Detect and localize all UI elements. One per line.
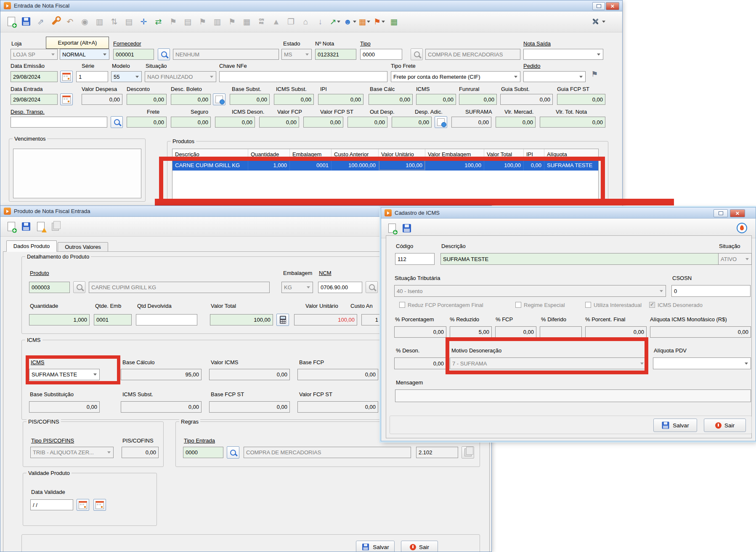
new-document-icon[interactable] — [4, 14, 19, 29]
cell-valor-embalagem[interactable]: 100,00 — [425, 160, 484, 171]
undo-icon[interactable]: ↶ — [63, 14, 77, 29]
chart-export-icon[interactable]: ↗ — [328, 14, 342, 29]
produto-label[interactable]: Produto — [30, 270, 49, 276]
base-subst-input[interactable]: 0,00 — [230, 94, 270, 105]
valor-fcp-st-input[interactable]: 0,00 — [303, 117, 343, 128]
fornecedor-label[interactable]: Fornecedor — [113, 40, 141, 47]
table-row-selected[interactable]: CARNE CUPIM GRILL KG 1,000 0001 100.000,… — [172, 160, 598, 171]
new-document-icon[interactable] — [385, 221, 399, 235]
tipo-label[interactable]: Tipo — [360, 40, 371, 47]
save-icon[interactable] — [399, 221, 414, 235]
nota-saida-label[interactable]: Nota Saída — [523, 40, 551, 47]
bank-icon[interactable]: ⌂ — [298, 14, 313, 29]
ncm-lookup-button[interactable] — [366, 281, 378, 293]
checkbox-reduz-fcp-label[interactable]: Reduz FCP Porcentagem Final — [408, 302, 483, 308]
icms-input[interactable]: 0,00 — [416, 94, 456, 105]
tipo-code-input[interactable]: 0000 — [360, 49, 402, 60]
expand-icon[interactable]: ✛ — [136, 14, 151, 29]
cell-aliquota[interactable]: SUFRAMA TESTE — [544, 160, 599, 171]
export-icon[interactable]: ⇗ — [33, 14, 48, 29]
checkbox-regime-especial[interactable] — [515, 302, 521, 308]
cell-valor-unitario[interactable]: 100,00 — [379, 160, 425, 171]
data-entrada-input[interactable]: 29/08/2024 — [11, 94, 58, 105]
checkbox-utiliza-interestadual[interactable] — [585, 302, 591, 308]
tipo-nota-select[interactable]: NORMAL — [60, 49, 109, 60]
icms-deson-input[interactable]: 0,00 — [215, 117, 255, 128]
new-document-icon[interactable] — [4, 219, 19, 234]
tipo-pis-cofins-select[interactable]: TRIB - ALIQUOTA ZER... — [30, 447, 114, 458]
tipo-entrada-search-button[interactable] — [227, 446, 239, 459]
pedido-select[interactable] — [523, 71, 586, 82]
tipo-pis-cofins-label[interactable]: Tipo PIS/COFINS — [31, 437, 74, 444]
checkbox-regime-especial-label[interactable]: Regime Especial — [524, 302, 565, 308]
save-icon[interactable] — [19, 219, 33, 234]
checkbox-icms-desonerado-label[interactable]: ICMS Desonerado — [658, 302, 703, 308]
cell-ipi[interactable]: 0,00 — [524, 160, 544, 171]
desp-adic-input[interactable]: 0,00 — [392, 117, 432, 128]
data-emissao-calendar-button[interactable] — [60, 71, 73, 83]
tag-4-icon[interactable]: ▥ — [210, 14, 225, 29]
valor-total-input[interactable]: 100,00 — [210, 314, 273, 325]
tab-dados-produto[interactable]: Dados Produto — [6, 240, 57, 252]
validade-calendar-grid-button[interactable] — [93, 499, 106, 511]
serie-input[interactable]: 1 — [76, 71, 108, 82]
calc-button[interactable] — [276, 314, 289, 326]
download-icon[interactable]: ↓ — [313, 14, 328, 29]
tipo-entrada-input[interactable]: 0000 — [183, 447, 223, 458]
wrench-icon[interactable] — [48, 14, 63, 29]
package-icon[interactable]: ▥ — [92, 14, 107, 29]
desc-boleto-input[interactable]: 0,00 — [171, 94, 211, 105]
desp-transp-search-button[interactable] — [111, 116, 123, 128]
desp-transp-label[interactable]: Desp. Transp. — [11, 109, 45, 115]
valor-fcp-input[interactable]: 0,00 — [259, 117, 299, 128]
cell-valor-total[interactable]: 100,00 — [484, 160, 524, 171]
situacao-select[interactable]: NAO FINALIZADO — [145, 71, 216, 82]
shuffle-icon[interactable]: ⇄ — [151, 14, 166, 29]
sair-button[interactable]: Sair — [401, 541, 438, 552]
gnre-icon[interactable]: GN RE — [254, 14, 269, 29]
restore-button[interactable] — [592, 2, 605, 10]
vencimentos-list[interactable] — [13, 149, 141, 198]
titlebar[interactable]: Cadastro de ICMS — [381, 208, 756, 219]
document-icon[interactable]: ▤ — [122, 14, 136, 29]
qtd-devolvida-input[interactable] — [136, 314, 197, 325]
seguro-input[interactable]: 0,00 — [171, 117, 211, 128]
tipo-entrada-label[interactable]: Tipo Entrada — [184, 437, 215, 444]
close-button[interactable] — [730, 209, 745, 217]
tag-5-icon[interactable]: ⚑ — [225, 14, 239, 29]
chave-nfe-input[interactable] — [219, 71, 387, 82]
vlr-mercad-input[interactable]: 0,00 — [496, 117, 536, 128]
nota-saida-select[interactable] — [523, 49, 603, 60]
tag-2-icon[interactable]: ▤ — [180, 14, 195, 29]
refresh-icon[interactable]: ⇅ — [107, 14, 122, 29]
data-validade-input[interactable]: / / — [30, 499, 73, 510]
forward-icon[interactable]: ◉ — [77, 14, 92, 29]
base-calc-input[interactable]: 0,00 — [369, 94, 413, 105]
pedido-label[interactable]: Pedido — [523, 63, 540, 69]
funrural-input[interactable]: 0,00 — [459, 94, 497, 105]
tools-icon[interactable] — [591, 17, 599, 26]
tipo-lookup-button[interactable] — [411, 48, 423, 60]
descricao-input[interactable]: SUFRAMA TESTE — [440, 253, 728, 265]
checkbox-reduz-fcp[interactable] — [399, 302, 405, 308]
ncm-label[interactable]: NCM — [319, 270, 332, 276]
situacao-select[interactable]: ATIVO — [718, 253, 752, 265]
ncm-input[interactable]: 0706.90.00 — [318, 282, 362, 293]
mensagem-input[interactable] — [395, 389, 751, 402]
data-emissao-input[interactable]: 29/08/2024 — [11, 71, 58, 82]
fornecedor-search-button[interactable] — [158, 48, 170, 60]
cell-quantidade[interactable]: 1,000 — [248, 160, 290, 171]
quantidade-input[interactable]: 1,000 — [29, 314, 90, 325]
salvar-button[interactable]: Salvar — [653, 419, 697, 432]
cell-embalagem[interactable]: 0001 — [290, 160, 332, 171]
embalagem-select[interactable]: KG — [281, 282, 313, 293]
flag-icon[interactable]: ⚑ — [591, 71, 598, 77]
data-entrada-calendar-button[interactable] — [60, 93, 73, 105]
copy-icon[interactable] — [48, 219, 63, 234]
copy-pages-icon[interactable]: ❐ — [284, 14, 298, 29]
guia-fcp-st-input[interactable]: 0,00 — [557, 94, 605, 105]
produto-code-input[interactable]: 000003 — [29, 282, 70, 293]
validade-calendar-button[interactable] — [77, 499, 89, 511]
restore-button[interactable] — [714, 209, 728, 217]
salvar-button[interactable]: Salvar — [356, 541, 395, 552]
